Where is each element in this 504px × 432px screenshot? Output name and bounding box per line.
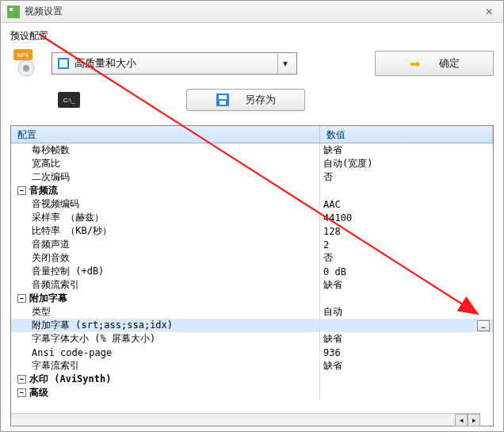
collapse-toggle-icon[interactable]: −	[17, 375, 26, 384]
collapse-toggle-icon[interactable]: −	[17, 186, 26, 195]
property-value[interactable]: 否	[320, 170, 493, 184]
svg-rect-10	[67, 58, 69, 69]
titlebar: 视频设置 ✕	[1, 1, 503, 23]
svg-rect-8	[59, 59, 67, 67]
group-name: −高级	[11, 386, 320, 400]
property-row[interactable]: 音视频编码AAC	[11, 197, 493, 211]
chevron-down-icon: ▾	[277, 53, 292, 74]
close-icon[interactable]: ✕	[481, 4, 497, 20]
film-icon	[57, 57, 70, 70]
window-title: 视频设置	[25, 5, 481, 18]
browse-button[interactable]: …	[477, 320, 490, 331]
svg-rect-9	[58, 58, 59, 69]
property-name: 音视频编码	[11, 197, 320, 211]
property-row[interactable]: 音频声道2	[11, 238, 493, 251]
property-value[interactable]: 缺省	[320, 332, 493, 346]
content-area: 预设配置 MP4 高质量和大小 ▾ ➡ 确定 C:\_	[1, 23, 503, 432]
group-row[interactable]: −水印 (AviSynth)	[11, 373, 493, 386]
property-value[interactable]: 44100	[320, 212, 493, 224]
grid-body[interactable]: 每秒帧数缺省宽高比自动(宽度)二次编码否−音频流音视频编码AAC采样率 （赫兹）…	[11, 143, 493, 413]
save-as-label: 另存为	[245, 93, 276, 107]
second-row: C:\_ 另存为	[58, 89, 494, 111]
horizontal-scrollbar[interactable]: ◂ ▸	[11, 413, 480, 426]
app-icon	[7, 6, 20, 18]
property-row[interactable]: 类型自动	[11, 305, 493, 319]
video-settings-dialog: 视频设置 ✕ 预设配置 MP4 高质量和大小 ▾ ➡ 确定 C:\_	[0, 0, 504, 432]
property-name: 关闭音效	[11, 251, 320, 265]
property-value[interactable]: 缺省	[320, 359, 493, 373]
property-grid: 配置 数值 每秒帧数缺省宽高比自动(宽度)二次编码否−音频流音视频编码AAC采样…	[10, 125, 494, 426]
property-row[interactable]: 音量控制 (+dB)0 dB	[11, 265, 493, 278]
top-row: MP4 高质量和大小 ▾ ➡ 确定	[10, 48, 494, 79]
property-name: 音频流索引	[11, 278, 320, 292]
svg-text:MP4: MP4	[17, 52, 29, 58]
ok-label: 确定	[439, 56, 460, 71]
property-value[interactable]: 自动(宽度)	[320, 157, 493, 170]
arrow-right-icon: ➡	[410, 56, 420, 71]
property-name: 二次编码	[11, 170, 320, 184]
property-row[interactable]: 关闭音效否	[11, 251, 493, 265]
header-name: 配置	[11, 126, 320, 143]
format-icon: MP4	[10, 48, 42, 79]
scroll-right-icon[interactable]: ▸	[468, 414, 480, 426]
property-name: 附加字幕 (srt;ass;ssa;idx)	[11, 319, 320, 332]
property-row[interactable]: 字幕流索引缺省	[11, 359, 493, 373]
svg-point-6	[23, 65, 29, 71]
svg-rect-13	[220, 101, 226, 105]
group-row[interactable]: −附加字幕	[11, 292, 493, 305]
group-name: −水印 (AviSynth)	[11, 373, 320, 386]
ok-button[interactable]: ➡ 确定	[375, 51, 494, 76]
group-row[interactable]: −高级	[11, 386, 493, 400]
property-value[interactable]: 128	[320, 226, 493, 237]
property-row[interactable]: Ansi code-page936	[11, 346, 493, 359]
group-row[interactable]: −音频流	[11, 184, 493, 197]
svg-rect-1	[10, 8, 13, 11]
property-row[interactable]: 附加字幕 (srt;ass;ssa;idx)…	[11, 319, 493, 332]
property-row[interactable]: 每秒帧数缺省	[11, 143, 493, 157]
grid-header: 配置 数值	[11, 126, 493, 143]
collapse-toggle-icon[interactable]: −	[17, 294, 26, 303]
header-value: 数值	[320, 126, 493, 143]
property-name: 音量控制 (+dB)	[11, 265, 320, 278]
save-as-button[interactable]: 另存为	[186, 89, 305, 111]
property-value[interactable]: 自动	[320, 305, 493, 319]
property-value[interactable]: 否	[320, 251, 493, 265]
group-name: −附加字幕	[11, 292, 320, 305]
scroll-left-icon[interactable]: ◂	[455, 414, 468, 426]
preset-value: 高质量和大小	[74, 56, 277, 71]
property-name: 采样率 （赫兹）	[11, 211, 320, 224]
property-value[interactable]: AAC	[320, 199, 493, 210]
property-name: Ansi code-page	[11, 347, 320, 358]
property-name: 比特率 （KB/秒）	[11, 224, 320, 238]
property-value[interactable]: 0 dB	[320, 266, 493, 277]
svg-rect-12	[219, 95, 227, 99]
svg-rect-0	[7, 6, 20, 18]
property-value[interactable]: 936	[320, 347, 493, 358]
property-value[interactable]: 2	[320, 239, 493, 250]
save-icon	[216, 94, 229, 106]
property-value[interactable]: 缺省	[320, 278, 493, 292]
collapse-toggle-icon[interactable]: −	[17, 388, 26, 397]
preset-dropdown[interactable]: 高质量和大小 ▾	[52, 52, 297, 75]
property-name: 宽高比	[11, 157, 320, 170]
preset-label: 预设配置	[10, 29, 494, 43]
property-name: 字幕字体大小 (% 屏幕大小)	[11, 332, 320, 346]
property-row[interactable]: 比特率 （KB/秒）128	[11, 224, 493, 238]
property-name: 每秒帧数	[11, 143, 320, 157]
group-name: −音频流	[11, 184, 320, 197]
svg-rect-2	[14, 13, 17, 16]
property-value[interactable]: 缺省	[320, 143, 493, 157]
property-name: 类型	[11, 305, 320, 319]
console-icon[interactable]: C:\_	[58, 92, 80, 108]
property-name: 字幕流索引	[11, 359, 320, 373]
property-name: 音频声道	[11, 238, 320, 251]
property-value[interactable]: …	[320, 320, 493, 331]
property-row[interactable]: 音频流索引缺省	[11, 278, 493, 292]
property-row[interactable]: 宽高比自动(宽度)	[11, 157, 493, 170]
property-row[interactable]: 二次编码否	[11, 170, 493, 184]
property-row[interactable]: 采样率 （赫兹）44100	[11, 211, 493, 224]
property-row[interactable]: 字幕字体大小 (% 屏幕大小)缺省	[11, 332, 493, 346]
